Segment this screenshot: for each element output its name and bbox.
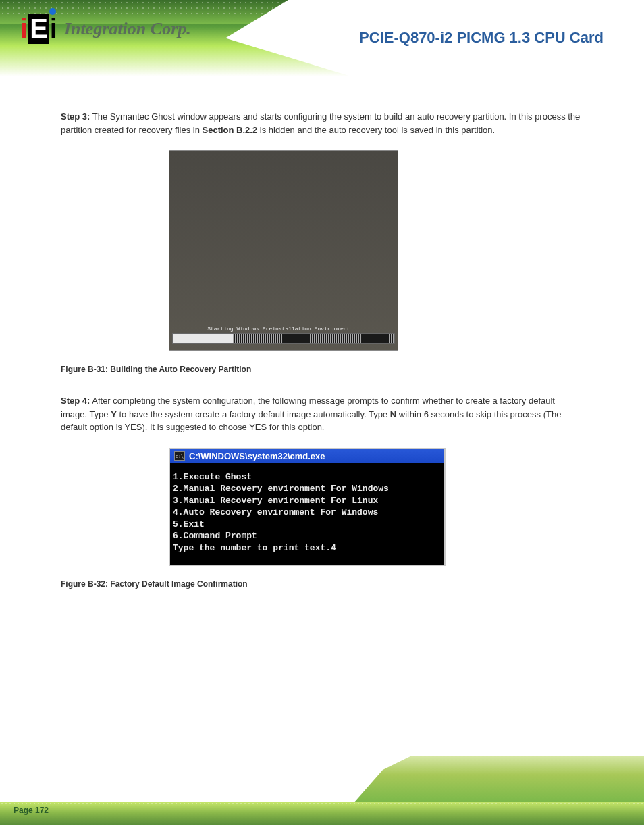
cmd-body: 1.Execute Ghost 2.Manual Recovery enviro… bbox=[170, 463, 444, 565]
logo-dot-icon bbox=[49, 8, 56, 15]
step-4-body-2: to have the system create a factory defa… bbox=[119, 409, 390, 419]
step-4-key-y: Y bbox=[111, 409, 117, 419]
step-4-text: Step 4: After completing the system conf… bbox=[61, 394, 583, 434]
cmd-line-5: 5.Exit bbox=[173, 519, 205, 529]
winpe-progress-ticks bbox=[233, 334, 394, 343]
step-4-key-n: N bbox=[390, 409, 396, 419]
figure-31-caption: Figure B-31: Building the Auto Recovery … bbox=[61, 365, 583, 374]
logo-mark: iEi bbox=[20, 14, 57, 44]
step-3-body-2: is hidden and the auto recovery tool is … bbox=[260, 125, 495, 135]
footer-banner: Page 172 bbox=[0, 765, 644, 825]
screenshot-winpe: Starting Windows Preinstallation Environ… bbox=[169, 150, 398, 351]
step-3-text: Step 3: The Symantec Ghost window appear… bbox=[61, 110, 583, 136]
cmd-line-2: 2.Manual Recovery environment For Window… bbox=[173, 484, 389, 494]
cmd-line-4: 4.Auto Recovery environment For Windows bbox=[173, 507, 378, 517]
footer-strip: Page 172 bbox=[0, 802, 644, 825]
logo-text: Integration Corp. bbox=[64, 19, 191, 39]
logo-letter-i-red: i bbox=[20, 14, 28, 44]
winpe-progress-fill bbox=[173, 334, 233, 343]
step-3-label: Step 3: bbox=[61, 111, 90, 122]
cmd-line-3: 3.Manual Recovery environment For Linux bbox=[173, 496, 378, 506]
cmd-line-7: Type the number to print text.4 bbox=[173, 543, 336, 553]
cmd-line-1: 1.Execute Ghost bbox=[173, 472, 252, 482]
page-number: Page 172 bbox=[14, 806, 49, 815]
page-content: PCIE-Q870-i2 PICMG 1.3 CPU Card Step 3: … bbox=[0, 76, 644, 616]
cmd-titlebar: c:\ C:\WINDOWS\system32\cmd.exe bbox=[170, 449, 444, 463]
cmd-line-6: 6.Command Prompt bbox=[173, 531, 257, 541]
logo-letter-i-black: i bbox=[50, 14, 57, 44]
logo-letter-e: E bbox=[28, 14, 49, 44]
cmd-title-path: C:\WINDOWS\system32\cmd.exe bbox=[189, 451, 325, 461]
step-4-label: Step 4: bbox=[61, 396, 90, 406]
logo: iEi Integration Corp. bbox=[20, 14, 191, 44]
winpe-progress-bar bbox=[172, 333, 395, 344]
footer-swoosh bbox=[354, 756, 644, 803]
screenshot-cmd: c:\ C:\WINDOWS\system32\cmd.exe 1.Execut… bbox=[169, 448, 446, 567]
product-title: PCIE-Q870-i2 PICMG 1.3 CPU Card bbox=[359, 29, 603, 47]
cmd-icon: c:\ bbox=[174, 451, 185, 461]
figure-32-caption: Figure B-32: Factory Default Image Confi… bbox=[61, 579, 583, 589]
winpe-loading-text: Starting Windows Preinstallation Environ… bbox=[169, 325, 398, 332]
step-3-section-ref: Section B.2.2 bbox=[203, 125, 258, 135]
